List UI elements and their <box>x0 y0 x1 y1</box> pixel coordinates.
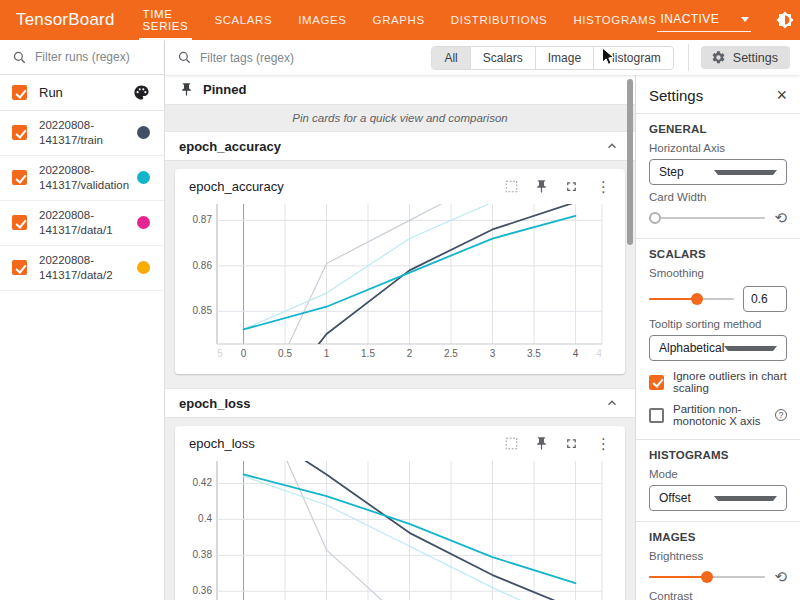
vertical-scrollbar-thumb[interactable] <box>627 79 633 245</box>
nav-tab[interactable]: IMAGES <box>298 0 346 40</box>
section-header-epoch-loss[interactable]: epoch_loss <box>165 388 635 418</box>
nav-tab[interactable]: TIME SERIES <box>143 0 189 40</box>
card-title: epoch_loss <box>189 436 504 451</box>
tag-type-filter-button[interactable]: All <box>432 47 469 69</box>
palette-icon[interactable] <box>133 84 150 101</box>
tag-type-filter-button[interactable]: Scalars <box>470 47 535 69</box>
nav-tab[interactable]: HISTOGRAMS <box>573 0 656 40</box>
line-chart-svg[interactable]: 0.850.860.8700.511.522.533.5454 <box>181 198 608 362</box>
epoch-accuracy-chart[interactable]: 0.850.860.8700.511.522.533.5454 <box>175 196 625 366</box>
section-title: epoch_accuracy <box>179 139 605 154</box>
chevron-down-icon <box>741 17 749 22</box>
chevron-up-icon <box>605 139 619 153</box>
smoothing-slider[interactable] <box>649 292 734 306</box>
card-menu-button[interactable]: ⋮ <box>594 436 613 451</box>
pin-card-button[interactable] <box>534 436 549 451</box>
runs-filter-input[interactable] <box>35 50 154 64</box>
general-heading: GENERAL <box>649 123 787 135</box>
run-checkbox[interactable] <box>12 125 27 140</box>
search-icon <box>12 50 27 65</box>
tag-type-filter-button[interactable]: Histogram <box>593 47 673 69</box>
fit-to-data-button[interactable] <box>504 179 519 194</box>
smoothing-value-input[interactable] <box>743 286 787 312</box>
svg-text:2.5: 2.5 <box>444 348 458 359</box>
run-row[interactable]: 20220808-141317/data/2 <box>0 246 164 291</box>
main-toolbar: AllScalarsImageHistogram Settings <box>165 40 800 75</box>
pin-card-button[interactable] <box>534 179 549 194</box>
ignore-outliers-checkbox[interactable] <box>649 375 664 390</box>
run-checkbox[interactable] <box>12 260 27 275</box>
close-icon[interactable]: × <box>776 86 787 104</box>
gear-icon <box>711 50 726 65</box>
scalar-card-epoch-accuracy: epoch_accuracy ⋮ 0.850.860.8700.511.522.… <box>175 169 625 374</box>
partition-x-checkbox[interactable] <box>649 408 664 423</box>
card-width-slider[interactable] <box>649 211 765 225</box>
images-heading: IMAGES <box>649 531 787 543</box>
svg-text:0.42: 0.42 <box>193 477 213 488</box>
tooltip-sorting-select[interactable]: Alphabetical <box>649 335 787 361</box>
app-logo: TensorBoard <box>16 10 115 30</box>
svg-text:0.87: 0.87 <box>193 214 213 225</box>
histogram-mode-select[interactable]: Offset <box>649 485 787 511</box>
epoch-loss-chart[interactable]: 0.360.380.40.4200.511.522.533.54 <box>175 453 625 600</box>
run-row[interactable]: 20220808-141317/data/1 <box>0 201 164 246</box>
chevron-down-icon <box>724 346 777 351</box>
card-title: epoch_accuracy <box>189 179 504 194</box>
settings-scalars-section: SCALARS Smoothing Tooltip sorting method… <box>636 239 800 440</box>
settings-toggle-button[interactable]: Settings <box>701 46 790 69</box>
chevron-down-icon <box>714 170 777 175</box>
line-chart-svg[interactable]: 0.360.380.40.4200.511.522.533.54 <box>181 455 608 600</box>
section-header-epoch-accuracy[interactable]: epoch_accuracy <box>165 131 635 161</box>
tag-type-filter-button[interactable]: Image <box>535 47 593 69</box>
brightness-slider[interactable] <box>649 570 765 584</box>
partition-x-label: Partition non-monotonic X axis <box>673 403 771 427</box>
run-row[interactable]: 20220808-141317/train <box>0 111 164 156</box>
nav-tab-label: IMAGES <box>298 14 346 26</box>
svg-text:4: 4 <box>596 348 602 359</box>
svg-text:0.38: 0.38 <box>193 549 213 560</box>
runs-filter-row <box>0 40 164 75</box>
nav-tab[interactable]: SCALARS <box>214 0 272 40</box>
svg-text:2: 2 <box>407 348 413 359</box>
nav-tab-label: TIME SERIES <box>143 8 189 32</box>
nav-tab-label: DISTRIBUTIONS <box>451 14 548 26</box>
runs-list: 20220808-141317/train 20220808-141317/va… <box>0 111 164 291</box>
contrast-label: Contrast <box>649 590 787 600</box>
nav-tab[interactable]: DISTRIBUTIONS <box>451 0 548 40</box>
dark-mode-toggle-button[interactable] <box>776 7 794 33</box>
dark-mode-toggle-icon <box>776 11 794 29</box>
card-menu-button[interactable]: ⋮ <box>594 179 613 194</box>
svg-text:5: 5 <box>217 348 223 359</box>
svg-text:0.5: 0.5 <box>278 348 292 359</box>
settings-button-label: Settings <box>733 51 778 65</box>
help-icon[interactable]: ? <box>775 409 787 421</box>
svg-text:0: 0 <box>241 348 247 359</box>
chevron-down-icon <box>714 496 777 501</box>
reset-icon[interactable]: ⟲ <box>774 210 787 225</box>
histogram-mode-label: Mode <box>649 468 787 480</box>
svg-text:4: 4 <box>573 348 579 359</box>
reload-status-select[interactable]: INACTIVE <box>657 8 752 32</box>
pinned-section-header: Pinned <box>165 75 635 105</box>
nav-tab[interactable]: GRAPHS <box>373 0 425 40</box>
nav-tab-label: GRAPHS <box>373 14 425 26</box>
fit-to-data-button[interactable] <box>504 436 519 451</box>
settings-panel-title: Settings <box>649 87 776 104</box>
chevron-up-icon <box>605 396 619 410</box>
run-checkbox[interactable] <box>12 170 27 185</box>
select-all-runs-checkbox[interactable] <box>12 85 27 100</box>
run-checkbox[interactable] <box>12 215 27 230</box>
svg-text:3.5: 3.5 <box>527 348 541 359</box>
fullscreen-button[interactable] <box>564 179 579 194</box>
reset-icon[interactable]: ⟲ <box>774 569 787 584</box>
run-row[interactable]: 20220808-141317/validation <box>0 156 164 201</box>
horizontal-axis-select[interactable]: Step <box>649 159 787 185</box>
runs-column-header: Run <box>39 85 133 100</box>
horizontal-axis-value: Step <box>659 165 714 179</box>
tags-filter-input[interactable] <box>200 51 380 65</box>
ignore-outliers-row[interactable]: Ignore outliers in chart scaling <box>649 370 787 394</box>
svg-text:0.36: 0.36 <box>193 585 213 596</box>
partition-x-row[interactable]: Partition non-monotonic X axis? <box>649 403 787 427</box>
fullscreen-button[interactable] <box>564 436 579 451</box>
card-width-label: Card Width <box>649 191 787 203</box>
